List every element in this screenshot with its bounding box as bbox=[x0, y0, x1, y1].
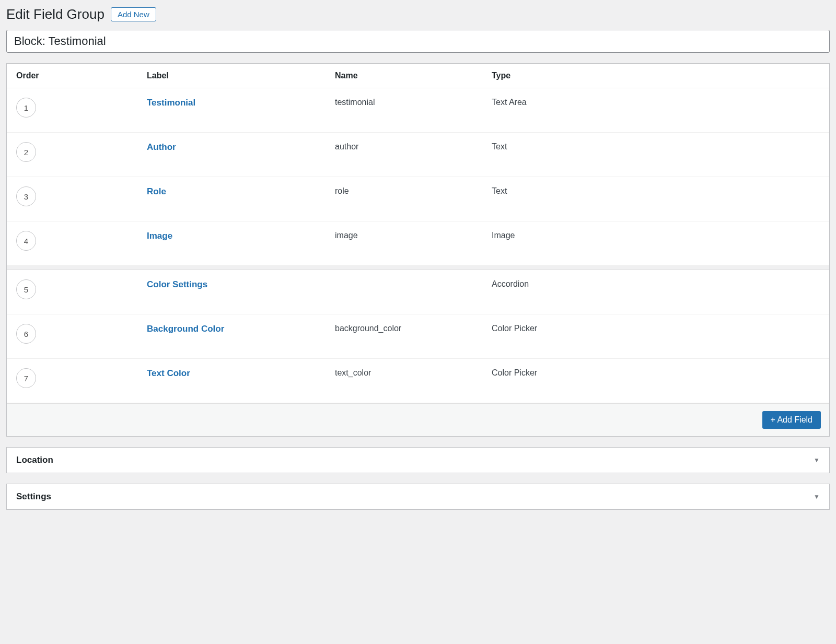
field-label-link[interactable]: Testimonial bbox=[147, 98, 195, 108]
location-panel-title: Location bbox=[16, 455, 53, 465]
field-name: text_color bbox=[335, 368, 371, 377]
order-badge[interactable]: 3 bbox=[16, 186, 36, 206]
field-name: author bbox=[335, 142, 358, 151]
order-badge[interactable]: 4 bbox=[16, 231, 36, 251]
add-field-button[interactable]: + Add Field bbox=[762, 411, 821, 429]
col-header-name: Name bbox=[326, 64, 482, 88]
field-label-link[interactable]: Color Settings bbox=[147, 279, 207, 289]
field-name: role bbox=[335, 186, 349, 195]
row-spacer bbox=[7, 266, 829, 270]
order-badge[interactable]: 6 bbox=[16, 324, 36, 344]
field-label-link[interactable]: Author bbox=[147, 142, 176, 152]
fields-panel: Order Label Name Type 1 Testimonial test… bbox=[6, 63, 830, 437]
field-row[interactable]: 7 Text Color text_color Color Picker bbox=[7, 359, 829, 403]
col-header-type: Type bbox=[482, 64, 829, 88]
field-type: Image bbox=[492, 231, 515, 240]
field-name: background_color bbox=[335, 324, 401, 333]
page-header: Edit Field Group Add New bbox=[6, 6, 830, 22]
field-type: Color Picker bbox=[492, 368, 537, 377]
field-type: Accordion bbox=[492, 279, 529, 288]
field-row[interactable]: 1 Testimonial testimonial Text Area bbox=[7, 88, 829, 133]
field-row[interactable]: 6 Background Color background_color Colo… bbox=[7, 314, 829, 359]
field-label-link[interactable]: Text Color bbox=[147, 368, 190, 378]
settings-panel[interactable]: Settings ▼ bbox=[6, 484, 830, 510]
field-type: Text Area bbox=[492, 98, 527, 107]
field-label-link[interactable]: Image bbox=[147, 231, 172, 241]
settings-panel-title: Settings bbox=[16, 491, 51, 502]
field-name: image bbox=[335, 231, 358, 240]
order-badge[interactable]: 2 bbox=[16, 142, 36, 162]
field-type: Text bbox=[492, 186, 507, 195]
col-header-label: Label bbox=[137, 64, 326, 88]
add-new-button[interactable]: Add New bbox=[111, 7, 156, 21]
order-badge[interactable]: 5 bbox=[16, 279, 36, 299]
fields-table: Order Label Name Type 1 Testimonial test… bbox=[7, 64, 829, 403]
chevron-down-icon: ▼ bbox=[814, 493, 820, 500]
order-badge[interactable]: 1 bbox=[16, 98, 36, 118]
field-row[interactable]: 2 Author author Text bbox=[7, 133, 829, 177]
chevron-down-icon: ▼ bbox=[814, 456, 820, 464]
field-type: Color Picker bbox=[492, 324, 537, 333]
field-type: Text bbox=[492, 142, 507, 151]
field-name: testimonial bbox=[335, 98, 375, 107]
fields-table-header: Order Label Name Type bbox=[7, 64, 829, 88]
field-row[interactable]: 4 Image image Image bbox=[7, 221, 829, 266]
field-row[interactable]: 3 Role role Text bbox=[7, 177, 829, 221]
col-header-order: Order bbox=[7, 64, 137, 88]
page-title: Edit Field Group bbox=[6, 6, 104, 22]
field-label-link[interactable]: Role bbox=[147, 186, 166, 196]
field-label-link[interactable]: Background Color bbox=[147, 324, 224, 334]
order-badge[interactable]: 7 bbox=[16, 368, 36, 388]
group-title-input[interactable] bbox=[6, 30, 830, 53]
fields-table-footer: + Add Field bbox=[7, 403, 829, 436]
field-row[interactable]: 5 Color Settings Accordion bbox=[7, 270, 829, 314]
location-panel[interactable]: Location ▼ bbox=[6, 447, 830, 473]
